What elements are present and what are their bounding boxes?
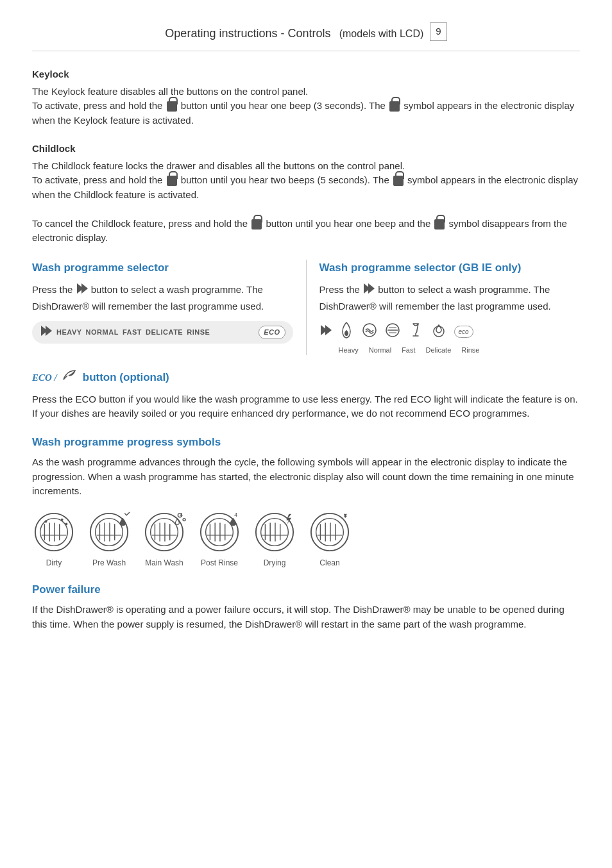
gb-label-heavy: Heavy <box>339 345 359 356</box>
post-rinse-icon: 4 <box>198 510 241 554</box>
bar-label-delicate: DELICATE <box>146 327 183 338</box>
lock-icon-4 <box>393 176 404 186</box>
gb-label-delicate: Delicate <box>426 345 452 356</box>
wash-selector-title: Wash programme selector <box>32 260 293 276</box>
power-failure-section: Power failure If the DishDrawer® is oper… <box>32 581 580 632</box>
page-number: 9 <box>430 22 446 41</box>
svg-marker-7 <box>325 325 332 335</box>
svg-point-14 <box>35 513 72 550</box>
svg-point-56 <box>311 513 348 550</box>
power-failure-title: Power failure <box>32 581 580 598</box>
symbol-main-wash: 4 Main Wash <box>142 510 186 569</box>
eco-badge-gb: eco <box>454 326 473 338</box>
eco-leaf-logo <box>61 368 79 387</box>
keylock-heading: Keylock <box>32 67 580 82</box>
svg-text:4: 4 <box>180 511 183 517</box>
wash-selector-left: Wash programme selector Press the button… <box>32 260 307 356</box>
heavy-icon <box>337 321 355 342</box>
wash-selector-text: Press the button to select a wash progra… <box>32 282 293 313</box>
normal-icon <box>361 321 378 342</box>
gb-label-rinse: Rinse <box>461 345 479 356</box>
progress-section: Wash programme progress symbols As the w… <box>32 434 580 569</box>
svg-point-22 <box>61 518 64 521</box>
bar-label-heavy: HEAVY <box>56 327 82 338</box>
play-icon-bar-gb <box>319 324 332 340</box>
svg-marker-3 <box>46 326 52 336</box>
clean-icon <box>308 510 352 554</box>
keylock-text1: The Keylock feature disables all the but… <box>32 85 580 99</box>
play-icon-bar-left <box>40 324 53 340</box>
eco-button-section: ECO / button (optional) Press the ECO bu… <box>32 368 580 421</box>
bar-label-fast: FAST <box>123 327 142 338</box>
gb-label-fast: Fast <box>402 345 415 356</box>
progress-text: As the wash programme advances through t… <box>32 455 580 499</box>
symbol-drying: Drying <box>253 510 296 569</box>
keylock-text2: To activate, press and hold the button u… <box>32 99 580 128</box>
progress-title: Wash programme progress symbols <box>32 434 580 451</box>
childlock-heading: Childlock <box>32 142 580 156</box>
page-header: Operating instructions - Controls (model… <box>32 19 580 51</box>
keylock-section: Keylock The Keylock feature disables all… <box>32 67 580 128</box>
play-icon-right <box>362 282 375 299</box>
page-title: Operating instructions - Controls (model… <box>165 19 423 44</box>
childlock-cancel: To cancel the Childlock feature, press a… <box>32 217 580 246</box>
gb-labels-row: Heavy Normal Fast Delicate Rinse <box>319 345 581 356</box>
fast-icon <box>384 321 402 342</box>
childlock-text1: The Childlock feature locks the drawer a… <box>32 159 580 174</box>
wash-selector-right: Wash programme selector (GB IE only) Pre… <box>307 260 581 356</box>
wash-selector-gb-title: Wash programme selector (GB IE only) <box>319 260 581 276</box>
bar-label-normal: NORMAL <box>86 327 119 338</box>
lock-icon-3 <box>167 176 177 186</box>
eco-text-logo: ECO / <box>32 371 57 385</box>
lock-icon-1 <box>167 101 177 112</box>
drying-icon <box>253 510 296 554</box>
drying-label: Drying <box>264 557 286 569</box>
symbol-post-rinse: 4 Post Rinse <box>198 510 241 569</box>
pre-wash-label: Pre Wash <box>92 557 126 569</box>
dirty-icon <box>32 510 76 554</box>
power-failure-text: If the DishDrawer® is operating and a po… <box>32 603 580 631</box>
programme-bar-gb: eco <box>319 321 581 342</box>
pre-wash-icon <box>87 510 131 554</box>
gb-label-normal: Normal <box>369 345 391 356</box>
childlock-text2: To activate, press and hold the button u… <box>32 173 580 202</box>
main-wash-label: Main Wash <box>145 557 183 569</box>
svg-marker-5 <box>368 283 375 294</box>
play-icon-left <box>76 282 89 299</box>
svg-point-39 <box>183 518 185 521</box>
svg-marker-1 <box>81 283 88 294</box>
svg-point-13 <box>434 326 444 337</box>
eco-button-label: button (optional) <box>83 369 169 386</box>
svg-text:4: 4 <box>234 511 237 517</box>
svg-point-21 <box>44 520 47 522</box>
symbol-pre-wash: Pre Wash <box>87 510 131 569</box>
childlock-section: Childlock The Childlock feature locks th… <box>32 142 580 246</box>
post-rinse-label: Post Rinse <box>201 557 238 569</box>
wash-selector-columns: Wash programme selector Press the button… <box>32 260 580 356</box>
symbols-row: Dirty Pre Wash <box>32 510 580 569</box>
rinse-icon <box>430 321 448 342</box>
dirty-label: Dirty <box>46 557 62 569</box>
lock-icon-6 <box>434 219 445 230</box>
symbol-clean: Clean <box>308 510 352 569</box>
lock-icon-5 <box>251 219 262 230</box>
svg-point-23 <box>65 522 67 525</box>
programme-bar-left: HEAVY NORMAL FAST DELICATE RINSE ECO <box>32 321 293 344</box>
bar-label-rinse: RINSE <box>187 327 210 338</box>
lock-icon-2 <box>389 101 400 112</box>
eco-button-text: Press the ECO button if you would like t… <box>32 392 580 421</box>
clean-label: Clean <box>319 557 339 569</box>
main-wash-icon: 4 <box>142 510 186 554</box>
wash-selector-gb-text: Press the button to select a wash progra… <box>319 282 581 313</box>
eco-badge-left: ECO <box>259 326 285 339</box>
eco-button-title: ECO / button (optional) <box>32 368 580 387</box>
delicate-icon <box>407 321 425 342</box>
symbol-dirty: Dirty <box>32 510 76 569</box>
